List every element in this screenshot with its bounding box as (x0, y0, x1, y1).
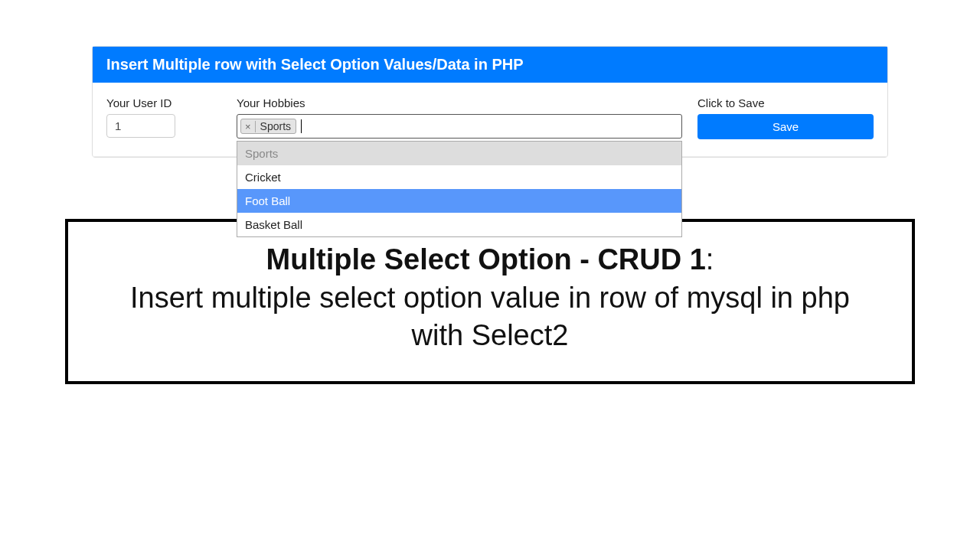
form-card: Insert Multiple row with Select Option V… (92, 46, 888, 158)
option-basketball[interactable]: Basket Ball (237, 213, 681, 236)
hobbies-label: Your Hobbies (237, 96, 682, 109)
selected-tag: × Sports (240, 119, 296, 134)
tag-remove-icon[interactable]: × (241, 121, 256, 132)
text-cursor-icon (301, 119, 302, 133)
option-cricket[interactable]: Cricket (237, 165, 681, 189)
userid-label: Your User ID (106, 96, 221, 109)
hobbies-multiselect[interactable]: × Sports (237, 114, 682, 139)
userid-column: Your User ID (106, 96, 221, 139)
caption-subtitle: Insert multiple select option value in r… (106, 279, 874, 355)
hobbies-dropdown: Sports Cricket Foot Ball Basket Ball (237, 141, 682, 237)
card-header: Insert Multiple row with Select Option V… (93, 47, 887, 83)
option-football[interactable]: Foot Ball (237, 189, 681, 213)
save-label: Click to Save (697, 96, 874, 109)
userid-input[interactable] (106, 114, 175, 138)
save-column: Click to Save Save (697, 96, 874, 139)
option-sports[interactable]: Sports (237, 142, 681, 165)
save-button[interactable]: Save (697, 114, 874, 139)
caption-title: Multiple Select Option - CRUD 1 (266, 243, 706, 276)
tag-label: Sports (256, 119, 296, 133)
caption-colon: : (706, 243, 714, 276)
hobbies-column: Your Hobbies × Sports Sports Cricket Foo… (237, 96, 682, 139)
caption-box: Multiple Select Option - CRUD 1: Insert … (65, 219, 915, 384)
caption-heading: Multiple Select Option - CRUD 1: (106, 243, 874, 276)
card-body: Your User ID Your Hobbies × Sports Sport… (93, 83, 887, 157)
